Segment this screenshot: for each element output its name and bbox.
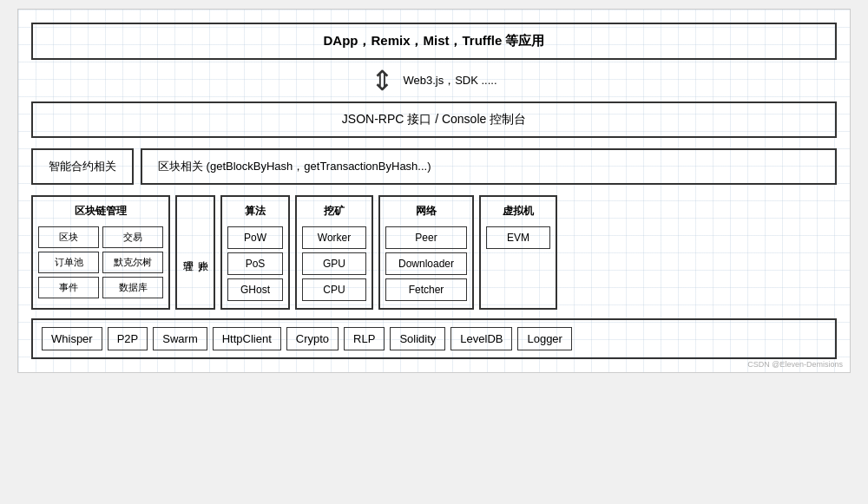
network-title: 网络 bbox=[385, 204, 467, 219]
sub-merkle: 默克尔树 bbox=[102, 252, 163, 273]
block-ops-box: 区块相关 (getBlockByHash，getTransactionByHas… bbox=[141, 148, 837, 185]
sub-transaction: 交易 bbox=[102, 226, 163, 248]
mining-title: 挖矿 bbox=[302, 204, 366, 219]
lib-rlp: RLP bbox=[344, 327, 385, 350]
sdk-label: Web3.js，SDK ..... bbox=[403, 73, 496, 88]
lib-crypto: Crypto bbox=[286, 327, 339, 350]
lib-logger: Logger bbox=[517, 327, 571, 350]
account-panel: 账户管理 bbox=[175, 195, 215, 310]
peer-box: Peer bbox=[385, 226, 467, 249]
libraries-row: Whisper P2P Swarm HttpClient Crypto RLP … bbox=[31, 318, 837, 359]
network-items: Peer Downloader Fetcher bbox=[385, 226, 467, 301]
gpu-box: GPU bbox=[302, 252, 366, 275]
vm-items: EVM bbox=[486, 226, 550, 249]
fetcher-box: Fetcher bbox=[385, 278, 467, 301]
evm-box: EVM bbox=[486, 226, 550, 249]
lib-swarm: Swarm bbox=[153, 327, 207, 350]
mining-items: Worker GPU CPU bbox=[302, 226, 366, 301]
ghost-box: GHost bbox=[227, 278, 283, 301]
vm-panel: 虚拟机 EVM bbox=[479, 195, 557, 310]
sub-block: 区块 bbox=[38, 226, 99, 248]
blockchain-grid: 区块 交易 订单池 默克尔树 事件 数据库 bbox=[38, 226, 163, 298]
double-arrow-icon: ⇕ bbox=[371, 67, 394, 95]
modules-row: 区块链管理 区块 交易 订单池 默克尔树 事件 数据库 账户管理 算法 PoW bbox=[31, 195, 837, 310]
lib-leveldb: LevelDB bbox=[450, 327, 512, 350]
rpc-box: JSON-RPC 接口 / Console 控制台 bbox=[31, 101, 837, 138]
downloader-box: Downloader bbox=[385, 252, 467, 275]
middle-row: 智能合约相关 区块相关 (getBlockByHash，getTransacti… bbox=[31, 148, 837, 185]
algorithm-panel: 算法 PoW PoS GHost bbox=[220, 195, 290, 310]
network-panel: 网络 Peer Downloader Fetcher bbox=[378, 195, 474, 310]
vm-title: 虚拟机 bbox=[486, 204, 550, 219]
algorithm-title: 算法 bbox=[227, 204, 283, 219]
cpu-box: CPU bbox=[302, 278, 366, 301]
lib-solidity: Solidity bbox=[390, 327, 445, 350]
sub-orderpool: 订单池 bbox=[38, 252, 99, 273]
blockchain-title: 区块链管理 bbox=[38, 204, 163, 219]
sub-database: 数据库 bbox=[102, 277, 163, 298]
arrow-area: ⇕ Web3.js，SDK ..... bbox=[31, 67, 837, 95]
algo-items: PoW PoS GHost bbox=[227, 226, 283, 301]
mining-panel: 挖矿 Worker GPU CPU bbox=[295, 195, 373, 310]
smart-contract-box: 智能合约相关 bbox=[31, 148, 134, 185]
lib-p2p: P2P bbox=[108, 327, 148, 350]
watermark: CSDN @Eleven-Demisions bbox=[747, 360, 843, 369]
pos-box: PoS bbox=[227, 252, 283, 275]
top-dapp-box: DApp，Remix，Mist，Truffle 等应用 bbox=[31, 23, 837, 60]
lib-whisper: Whisper bbox=[42, 327, 102, 350]
blockchain-panel: 区块链管理 区块 交易 订单池 默克尔树 事件 数据库 bbox=[31, 195, 170, 310]
pow-box: PoW bbox=[227, 226, 283, 249]
sub-event: 事件 bbox=[38, 277, 99, 298]
worker-box: Worker bbox=[302, 226, 366, 249]
lib-httpclient: HttpClient bbox=[213, 327, 281, 350]
